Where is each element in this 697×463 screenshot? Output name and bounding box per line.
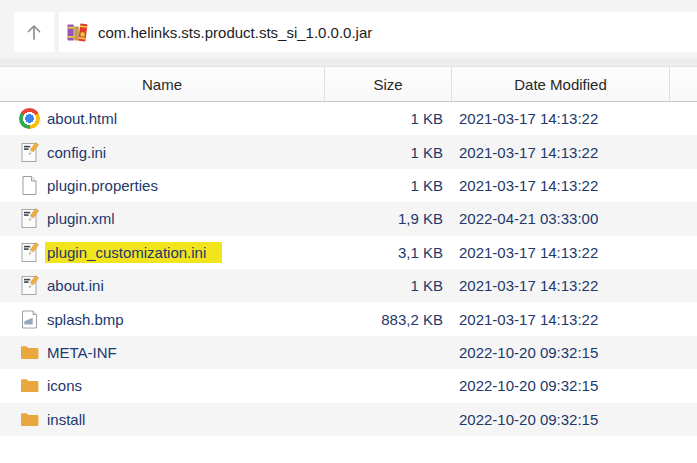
name-cell: config.ini xyxy=(0,142,325,163)
file-size: 883,2 KB xyxy=(325,311,452,328)
name-cell: install xyxy=(0,409,325,430)
chrome-icon xyxy=(19,108,40,129)
file-name: install xyxy=(47,409,85,430)
table-row[interactable]: about.html 1 KB 2021-03-17 14:13:22 xyxy=(0,102,697,135)
doc-file-icon xyxy=(19,175,40,196)
file-name: about.ini xyxy=(47,275,104,296)
ini-file-icon xyxy=(19,275,40,296)
file-date-modified: 2022-04-21 03:33:00 xyxy=(452,210,670,227)
file-name: icons xyxy=(47,375,82,396)
file-date-modified: 2021-03-17 14:13:22 xyxy=(452,277,670,294)
folder-icon xyxy=(19,409,40,430)
blank-document-icon xyxy=(19,175,40,196)
folder-file-icon xyxy=(19,375,40,396)
ini-file-icon xyxy=(19,208,40,229)
file-name: plugin_customization.ini xyxy=(45,242,222,263)
file-date-modified: 2022-10-20 09:32:15 xyxy=(452,344,670,361)
ini-file-icon xyxy=(19,242,40,263)
file-date-modified: 2022-10-20 09:32:15 xyxy=(452,411,670,428)
bitmap-image-icon xyxy=(19,309,40,330)
image-file-icon xyxy=(19,309,40,330)
file-name: splash.bmp xyxy=(47,309,124,330)
settings-file-icon xyxy=(19,275,40,296)
up-button[interactable] xyxy=(14,12,54,52)
table-row[interactable]: META-INF 2022-10-20 09:32:15 xyxy=(0,336,697,369)
file-name: about.html xyxy=(47,108,117,129)
name-cell: splash.bmp xyxy=(0,309,325,330)
folder-icon xyxy=(19,375,40,396)
column-header-name[interactable]: Name xyxy=(0,67,325,101)
up-arrow-icon xyxy=(23,21,45,43)
table-row[interactable]: plugin.properties 1 KB 2021-03-17 14:13:… xyxy=(0,169,697,202)
file-table-body: about.html 1 KB 2021-03-17 14:13:22 xyxy=(0,102,697,436)
folder-file-icon xyxy=(19,409,40,430)
settings-file-icon xyxy=(19,242,40,263)
file-date-modified: 2021-03-17 14:13:22 xyxy=(452,177,670,194)
table-row[interactable]: config.ini 1 KB 2021-03-17 14:13:22 xyxy=(0,135,697,168)
name-cell: plugin.xml xyxy=(0,208,325,229)
address-bar[interactable]: com.helinks.sts.product.sts_si_1.0.0.0.j… xyxy=(59,12,697,52)
folder-icon xyxy=(19,342,40,363)
column-header-spacer xyxy=(670,67,697,101)
name-cell: about.ini xyxy=(0,275,325,296)
file-name: plugin.xml xyxy=(47,208,115,229)
folder-file-icon xyxy=(19,342,40,363)
chrome-file-icon xyxy=(19,108,40,129)
toolbar: com.helinks.sts.product.sts_si_1.0.0.0.j… xyxy=(0,0,697,66)
file-name: META-INF xyxy=(47,342,117,363)
file-name: plugin.properties xyxy=(47,175,158,196)
table-row[interactable]: icons 2022-10-20 09:32:15 xyxy=(0,369,697,402)
name-cell: about.html xyxy=(0,108,325,129)
jar-archive-icon xyxy=(66,21,89,44)
file-size: 1 KB xyxy=(325,277,452,294)
file-size: 3,1 KB xyxy=(325,244,452,261)
name-cell: META-INF xyxy=(0,342,325,363)
column-headers: Name Size Date Modified xyxy=(0,66,697,102)
table-row[interactable]: splash.bmp 883,2 KB 2021-03-17 14:13:22 xyxy=(0,302,697,335)
settings-file-icon xyxy=(19,142,40,163)
table-row[interactable]: plugin.xml 1,9 KB 2022-04-21 03:33:00 xyxy=(0,202,697,235)
file-date-modified: 2021-03-17 14:13:22 xyxy=(452,311,670,328)
ini-file-icon xyxy=(19,142,40,163)
file-date-modified: 2022-10-20 09:32:15 xyxy=(452,377,670,394)
file-size: 1,9 KB xyxy=(325,210,452,227)
column-header-date-modified[interactable]: Date Modified xyxy=(452,67,670,101)
file-size: 1 KB xyxy=(325,144,452,161)
file-date-modified: 2021-03-17 14:13:22 xyxy=(452,144,670,161)
settings-file-icon xyxy=(19,208,40,229)
column-header-size[interactable]: Size xyxy=(325,67,452,101)
table-row[interactable]: install 2022-10-20 09:32:15 xyxy=(0,403,697,436)
table-row[interactable]: about.ini 1 KB 2021-03-17 14:13:22 xyxy=(0,269,697,302)
file-date-modified: 2021-03-17 14:13:22 xyxy=(452,110,670,127)
name-cell: icons xyxy=(0,375,325,396)
file-size: 1 KB xyxy=(325,110,452,127)
name-cell: plugin_customization.ini xyxy=(0,242,325,263)
name-cell: plugin.properties xyxy=(0,175,325,196)
archive-filename: com.helinks.sts.product.sts_si_1.0.0.0.j… xyxy=(98,24,372,41)
file-name: config.ini xyxy=(47,142,106,163)
file-size: 1 KB xyxy=(325,177,452,194)
table-row[interactable]: plugin_customization.ini 3,1 KB 2021-03-… xyxy=(0,236,697,269)
file-date-modified: 2021-03-17 14:13:22 xyxy=(452,244,670,261)
